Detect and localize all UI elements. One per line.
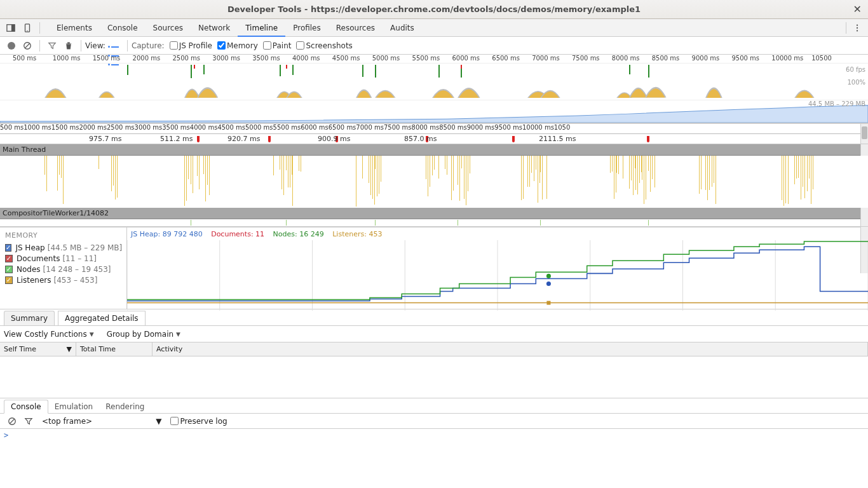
memory-panel: MEMORY JS Heap[44.5 MB – 229 MB] Documen… bbox=[0, 227, 868, 309]
window-titlebar: Developer Tools - https://developer.chro… bbox=[0, 0, 868, 19]
preserve-log-label: Preserve log bbox=[180, 417, 227, 426]
paint-label: Paint bbox=[273, 41, 292, 50]
close-icon[interactable]: ✕ bbox=[853, 3, 862, 15]
trash-icon[interactable] bbox=[62, 39, 76, 53]
drawer-tab-console[interactable]: Console bbox=[4, 400, 48, 414]
frame-marker bbox=[127, 65, 128, 75]
details-tabs: Summary Aggregated Details bbox=[0, 309, 868, 326]
overview-memory-lane: 44.5 MB – 229 MB bbox=[0, 100, 868, 123]
record-button[interactable] bbox=[8, 42, 15, 50]
memory-checkbox[interactable] bbox=[217, 41, 226, 50]
filter-icon[interactable] bbox=[45, 39, 59, 53]
sort-icon: ▼ bbox=[67, 345, 72, 353]
memory-row-documents[interactable]: Documents[11 – 11] bbox=[5, 254, 121, 263]
tab-aggregated-details[interactable]: Aggregated Details bbox=[58, 311, 146, 325]
svg-point-4 bbox=[857, 24, 858, 25]
frame-marker bbox=[648, 65, 649, 78]
groupby-selector[interactable]: Group by Domain▼ bbox=[107, 330, 180, 339]
details-table-header: Self Time▼ Total Time Activity bbox=[0, 342, 868, 356]
memory-chart[interactable]: JS Heap: 89 792 480 Documents: 11 Nodes:… bbox=[127, 227, 868, 309]
separator bbox=[81, 40, 81, 51]
tab-audits[interactable]: Audits bbox=[383, 19, 422, 36]
frame-marker bbox=[438, 65, 440, 78]
frame-marker bbox=[203, 65, 205, 74]
js-profile-checkbox[interactable] bbox=[170, 41, 178, 50]
view-selector[interactable]: Costly Functions▼ bbox=[24, 330, 93, 339]
timeline-toolbar: View: Capture: JS Profile Memory Paint S… bbox=[0, 37, 868, 55]
long-frame-marker bbox=[461, 65, 462, 69]
memory-row-nodes[interactable]: Nodes[14 248 – 19 453] bbox=[5, 265, 121, 274]
drawer-tab-rendering[interactable]: Rendering bbox=[99, 400, 151, 413]
compositor-flame bbox=[0, 219, 868, 227]
frame-selector[interactable]: <top frame> bbox=[42, 417, 92, 426]
svg-point-19 bbox=[546, 281, 551, 286]
panel-tabs: Elements Console Sources Network Timelin… bbox=[49, 19, 842, 36]
tab-elements[interactable]: Elements bbox=[49, 19, 100, 36]
view-label: View: bbox=[85, 41, 105, 50]
dock-toggle-icon[interactable] bbox=[4, 21, 18, 35]
timing-annotation: 975.7 ms bbox=[89, 135, 121, 143]
checkbox-icon[interactable] bbox=[5, 244, 11, 252]
details-toolbar: View Costly Functions▼ Group by Domain▼ bbox=[0, 326, 868, 342]
checkbox-icon[interactable] bbox=[5, 276, 13, 284]
tab-summary[interactable]: Summary bbox=[4, 311, 55, 325]
col-self-time[interactable]: Self Time▼ bbox=[0, 342, 76, 356]
separator bbox=[39, 40, 40, 51]
tab-sources[interactable]: Sources bbox=[146, 19, 191, 36]
timing-annotation: 2111.5 ms bbox=[539, 135, 576, 143]
frame-marker bbox=[375, 65, 376, 78]
svg-point-3 bbox=[27, 30, 27, 30]
clear-console-icon[interactable] bbox=[5, 414, 19, 428]
overview-ruler: 500 ms1000 ms1500 ms2000 ms2500 ms3000 m… bbox=[0, 55, 868, 64]
svg-line-22 bbox=[10, 419, 15, 423]
frame-marker bbox=[191, 65, 192, 78]
screenshots-checkbox[interactable] bbox=[296, 41, 304, 50]
drawer-tab-emulation[interactable]: Emulation bbox=[48, 400, 100, 413]
frame-marker bbox=[362, 65, 363, 77]
console-prompt[interactable]: > bbox=[0, 429, 868, 442]
col-activity[interactable]: Activity bbox=[153, 342, 868, 356]
clear-icon[interactable] bbox=[20, 39, 34, 53]
capture-label: Capture: bbox=[132, 41, 165, 50]
chevron-down-icon: ▼ bbox=[176, 331, 180, 337]
memory-label: Memory bbox=[227, 41, 258, 50]
main-thread-header[interactable]: Main Thread bbox=[0, 144, 868, 156]
tab-timeline[interactable]: Timeline bbox=[238, 19, 285, 36]
frame-marker bbox=[292, 65, 294, 75]
view-selector-label: View bbox=[4, 330, 22, 339]
devtools-toolbar: Elements Console Sources Network Timelin… bbox=[0, 19, 868, 37]
tab-resources[interactable]: Resources bbox=[329, 19, 383, 36]
chevron-down-icon: ▼ bbox=[90, 331, 94, 337]
timing-annotations: 975.7 ms511.2 ms920.7 ms900.9 ms857.0 ms… bbox=[0, 134, 868, 144]
checkbox-icon[interactable] bbox=[5, 266, 13, 273]
main-thread-flame[interactable] bbox=[0, 156, 868, 208]
overflow-menu-icon[interactable] bbox=[850, 21, 864, 35]
long-frame-marker bbox=[286, 65, 287, 69]
svg-rect-20 bbox=[546, 301, 550, 305]
tab-network[interactable]: Network bbox=[191, 19, 238, 36]
svg-point-5 bbox=[857, 27, 858, 28]
separator bbox=[39, 22, 40, 34]
checkbox-icon[interactable] bbox=[5, 255, 13, 262]
memory-row-listeners[interactable]: Listeners[453 – 453] bbox=[5, 276, 121, 285]
long-frame-marker bbox=[194, 65, 195, 69]
col-total-time[interactable]: Total Time bbox=[76, 342, 153, 356]
overview-cpu-lane: 60 fps 100% bbox=[0, 64, 868, 100]
memory-row-jsheap[interactable]: JS Heap[44.5 MB – 229 MB] bbox=[5, 243, 121, 252]
timing-annotation: 900.9 ms bbox=[318, 135, 350, 143]
timeline-overview[interactable]: 500 ms1000 ms1500 ms2000 ms2500 ms3000 m… bbox=[0, 55, 868, 124]
paint-checkbox[interactable] bbox=[263, 41, 271, 50]
flame-view-icon[interactable] bbox=[108, 41, 119, 50]
device-mode-icon[interactable] bbox=[20, 21, 34, 35]
marker-icon bbox=[268, 136, 271, 142]
tab-console[interactable]: Console bbox=[100, 19, 146, 36]
tab-profiles[interactable]: Profiles bbox=[285, 19, 329, 36]
marker-icon bbox=[647, 136, 649, 142]
frame-marker bbox=[280, 65, 281, 76]
js-profile-label: JS Profile bbox=[179, 41, 212, 50]
frame-marker bbox=[629, 65, 630, 74]
drawer-tabs: Console Emulation Rendering bbox=[0, 398, 868, 414]
preserve-log-checkbox[interactable] bbox=[170, 417, 179, 425]
compositor-header[interactable]: CompositorTileWorker1/14082 bbox=[0, 208, 868, 219]
console-filter-icon[interactable] bbox=[22, 414, 36, 428]
